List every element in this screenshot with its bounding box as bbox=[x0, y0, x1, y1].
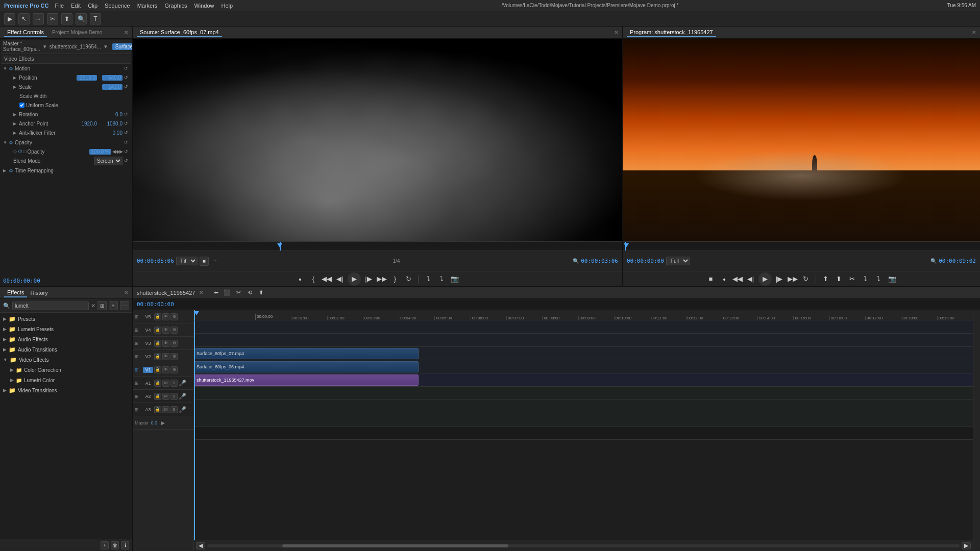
blend-mode-select[interactable]: Screen bbox=[94, 157, 122, 165]
source-in-point-btn[interactable]: { bbox=[308, 273, 319, 285]
timeline-current-time[interactable]: 00:00:00:00 bbox=[137, 301, 174, 308]
timeline-tool-3[interactable]: ✂ bbox=[234, 288, 243, 297]
program-extract-btn[interactable]: ⬆ bbox=[834, 273, 845, 285]
a1-lock-icon[interactable]: 🔒 bbox=[154, 380, 161, 387]
program-insert-btn[interactable]: ⤵ bbox=[860, 273, 871, 285]
opacity-section-reset-icon[interactable]: ↺ bbox=[124, 140, 129, 145]
v1-visibility-icon[interactable]: 👁 bbox=[162, 366, 169, 373]
program-monitor-tab[interactable]: Program: shutterstock_11965427 bbox=[627, 28, 716, 37]
opacity-stopwatch-icon[interactable]: ⏱ bbox=[18, 149, 22, 154]
source-timecode-out[interactable]: 00:00:03:06 bbox=[581, 258, 618, 264]
anti-flicker-expand-icon[interactable] bbox=[13, 130, 17, 135]
scale-value[interactable]: 143.0 bbox=[102, 84, 122, 90]
opacity-section-expand-icon[interactable] bbox=[3, 140, 7, 145]
program-export-btn[interactable]: 📷 bbox=[887, 273, 898, 285]
position-expand-icon[interactable] bbox=[13, 75, 17, 80]
v5-sync-icon[interactable]: ⚙ bbox=[170, 313, 178, 320]
rotation-expand-icon[interactable] bbox=[13, 112, 17, 117]
rotation-row[interactable]: Rotation 0.0 ↺ bbox=[1, 110, 131, 119]
timeline-ruler[interactable]: 00:00:00 00:01:00 00:02:00 00:03:00 00:0… bbox=[194, 310, 973, 320]
menu-graphics[interactable]: Graphics bbox=[164, 3, 187, 9]
opacity-keyframe-icon[interactable]: ◇ bbox=[13, 149, 17, 154]
position-row[interactable]: Position 2313.0 540.0 ↺ bbox=[1, 73, 131, 82]
program-step-back-btn[interactable]: ◀| bbox=[745, 273, 756, 285]
anti-flicker-row[interactable]: Anti-flicker Filter 0.00 ↺ bbox=[1, 128, 131, 137]
tool-ripple[interactable]: ↔ bbox=[33, 13, 44, 24]
panel-close-btn[interactable]: ✕ bbox=[124, 30, 128, 35]
timeline-tool-5[interactable]: ⬆ bbox=[256, 288, 265, 297]
sequence-close-icon[interactable]: ✕ bbox=[199, 290, 203, 295]
a2-mute-icon[interactable]: M bbox=[162, 393, 169, 400]
v5-lock-icon[interactable]: 🔒 bbox=[154, 313, 161, 320]
scale-reset-icon[interactable]: ↺ bbox=[124, 84, 129, 89]
program-fit-select[interactable]: Full bbox=[666, 257, 690, 265]
anchor-y-value[interactable]: 1080.0 bbox=[102, 121, 122, 127]
uniform-scale-row[interactable]: Uniform Scale bbox=[1, 101, 131, 110]
scale-row[interactable]: Scale 143.0 ↺ bbox=[1, 82, 131, 91]
v2-visibility-icon[interactable]: 👁 bbox=[162, 353, 169, 360]
a1-solo-icon[interactable]: S bbox=[170, 380, 178, 387]
master-volume[interactable]: 0.0 bbox=[151, 420, 158, 425]
tab-effects[interactable]: Effects bbox=[4, 288, 27, 297]
clip-surface-60fps-06[interactable]: Surface_60fps_06.mp4 bbox=[194, 361, 419, 372]
source-fit-select[interactable]: Fit bbox=[176, 257, 198, 265]
v3-sync-icon[interactable]: ⚙ bbox=[170, 340, 178, 347]
tool-zoom[interactable]: 🔍 bbox=[76, 13, 87, 24]
source-prev-keyframe-btn[interactable]: ◀◀ bbox=[321, 273, 332, 285]
a2-solo-icon[interactable]: S bbox=[170, 393, 178, 400]
program-play-btn[interactable]: ▶ bbox=[758, 272, 772, 286]
program-monitor-close[interactable]: ✕ bbox=[972, 30, 976, 35]
category-video-transitions[interactable]: ▶ 📁 Video Transitions bbox=[0, 385, 132, 395]
category-video-effects[interactable]: ▼ 📁 Video Effects bbox=[0, 355, 132, 365]
v3-lock-icon[interactable]: 🔒 bbox=[154, 340, 161, 347]
position-x-value[interactable]: 2313.0 bbox=[77, 75, 97, 81]
program-timecode[interactable]: 00:00:00:00 bbox=[627, 258, 664, 264]
effects-panel-close[interactable]: ✕ bbox=[124, 290, 128, 295]
source-step-back-btn[interactable]: ◀| bbox=[334, 273, 346, 285]
menu-help[interactable]: Help bbox=[222, 3, 233, 9]
source-marker-btn[interactable]: ≡ bbox=[211, 257, 220, 266]
anti-flicker-reset-icon[interactable]: ↺ bbox=[124, 130, 129, 135]
v1-sync-icon[interactable]: ⚙ bbox=[170, 366, 178, 373]
program-timeline-scrub[interactable] bbox=[623, 241, 980, 251]
blend-mode-reset-icon[interactable]: ↺ bbox=[124, 158, 129, 163]
delete-btn[interactable]: 🗑 bbox=[111, 541, 119, 549]
timeline-right-scroll[interactable] bbox=[973, 310, 980, 551]
timeline-tool-2[interactable]: ⬛ bbox=[223, 288, 232, 297]
menu-markers[interactable]: Markers bbox=[137, 3, 158, 9]
source-out-point-btn[interactable]: } bbox=[389, 273, 401, 285]
a3-lock-icon[interactable]: 🔒 bbox=[154, 406, 161, 413]
position-y-value[interactable]: 540.0 bbox=[102, 75, 122, 81]
v3-visibility-icon[interactable]: 👁 bbox=[162, 340, 169, 347]
tool-slip[interactable]: ⬆ bbox=[61, 13, 72, 24]
source-zoom-icon[interactable]: 🔍 bbox=[573, 258, 579, 264]
source-play-btn[interactable]: ▶ bbox=[348, 272, 361, 286]
program-loop-btn[interactable]: ↻ bbox=[800, 273, 812, 285]
time-remap-expand-icon[interactable] bbox=[3, 168, 7, 173]
rotation-value[interactable]: 0.0 bbox=[102, 112, 122, 117]
opacity-reset-icon[interactable]: ↺ bbox=[124, 149, 129, 154]
program-timecode-right[interactable]: 00:00:09:02 bbox=[939, 258, 976, 264]
tool-select[interactable]: ▶ bbox=[4, 13, 15, 24]
program-trim-btn[interactable]: ✂ bbox=[847, 273, 858, 285]
anchor-point-row[interactable]: Anchor Point 1920.0 1080.0 ↺ bbox=[1, 119, 131, 128]
source-monitor-tab[interactable]: Source: Surface_60fps_07.mp4 bbox=[137, 28, 222, 37]
category-audio-effects[interactable]: ▶ 📁 Audio Effects bbox=[0, 334, 132, 344]
category-audio-transitions[interactable]: ▶ 📁 Audio Transitions bbox=[0, 344, 132, 355]
anchor-reset-icon[interactable]: ↺ bbox=[124, 121, 129, 126]
program-next-keyframe-btn[interactable]: ▶▶ bbox=[787, 273, 798, 285]
tab-history[interactable]: History bbox=[27, 289, 51, 297]
zoom-handle[interactable] bbox=[282, 544, 508, 547]
anchor-expand-icon[interactable] bbox=[13, 121, 17, 126]
timeline-zoom-slider[interactable] bbox=[207, 544, 960, 547]
menu-window[interactable]: Window bbox=[194, 3, 214, 9]
program-lift-btn[interactable]: ⬆ bbox=[820, 273, 831, 285]
anti-flicker-value[interactable]: 0.00 bbox=[102, 130, 122, 136]
v5-visibility-icon[interactable]: 👁 bbox=[162, 313, 169, 320]
a3-solo-icon[interactable]: S bbox=[170, 406, 178, 413]
tool-text[interactable]: T bbox=[90, 13, 101, 24]
program-prev-keyframe-btn[interactable]: ◀◀ bbox=[732, 273, 743, 285]
opacity-value[interactable]: 100.0 % bbox=[89, 149, 111, 155]
opacity-section-row[interactable]: ⚙ Opacity ↺ bbox=[1, 138, 131, 147]
menu-sequence[interactable]: Sequence bbox=[105, 3, 130, 9]
